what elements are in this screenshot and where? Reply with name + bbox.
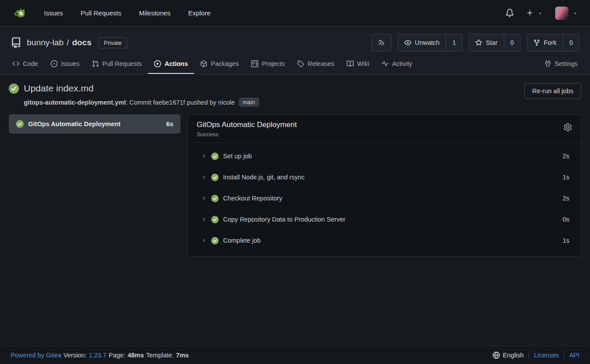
step-duration: 2s: [563, 195, 569, 202]
pull-request-icon: [92, 60, 99, 67]
tab-code[interactable]: Code: [6, 55, 44, 74]
success-check-icon: [16, 120, 24, 128]
fork-icon: [533, 39, 540, 46]
watch-count[interactable]: 1: [446, 34, 462, 51]
star-button[interactable]: Star: [469, 34, 504, 51]
template-label: Template:: [146, 352, 174, 359]
navbar-right: [506, 7, 578, 20]
step-duration: 1s: [563, 237, 569, 244]
repo-tabs: Code Issues Pull Requests Actions Packag…: [0, 55, 590, 74]
run-title-row: Update index.md: [9, 83, 259, 94]
repo-owner-link[interactable]: bunny-lab: [27, 38, 63, 47]
unwatch-button[interactable]: Unwatch: [398, 34, 446, 51]
pulse-icon: [381, 60, 388, 67]
notifications-bell-icon[interactable]: [506, 9, 514, 17]
project-icon: [251, 60, 258, 67]
tab-packages[interactable]: Packages: [194, 55, 245, 74]
plus-icon: [526, 9, 534, 17]
tab-pull-requests[interactable]: Pull Requests: [86, 55, 148, 74]
api-link[interactable]: API: [569, 352, 579, 359]
repo-name-link[interactable]: docs: [72, 38, 92, 47]
fork-button[interactable]: Fork: [527, 34, 563, 51]
breadcrumb-separator: /: [66, 38, 69, 47]
job-panel-header: GitOps Automatic Deployment Success: [188, 115, 581, 143]
template-time: 7ms: [176, 352, 189, 359]
gear-icon[interactable]: [564, 123, 572, 131]
job-steps: Set up job 2s Install Node.js, git, and …: [188, 143, 581, 256]
step-row-checkout-repository[interactable]: Checkout Repository 2s: [188, 188, 581, 209]
rerun-all-jobs-button[interactable]: Re-run all jobs: [524, 83, 582, 99]
nav-link-issues[interactable]: Issues: [44, 9, 63, 17]
chevron-down-icon: [538, 11, 543, 16]
job-name: GitOps Automatic Deployment: [28, 120, 162, 127]
tag-icon: [297, 60, 304, 67]
job-list-item[interactable]: GitOps Automatic Deployment 6s: [9, 114, 180, 134]
tab-actions[interactable]: Actions: [148, 55, 194, 74]
chevron-right-icon[interactable]: [201, 217, 206, 222]
repo-action-buttons: Unwatch 1 Star 0 Fork 0: [371, 34, 579, 51]
nav-link-pull-requests[interactable]: Pull Requests: [81, 9, 121, 17]
success-check-icon: [211, 237, 219, 244]
tab-issues[interactable]: Issues: [44, 55, 86, 74]
chevron-right-icon[interactable]: [201, 238, 206, 243]
repo-icon: [11, 37, 22, 48]
issue-icon: [51, 60, 58, 67]
success-check-icon: [211, 195, 219, 202]
play-circle-icon: [154, 60, 161, 67]
repo-title-row: bunny-lab/docs Private Unwatch 1: [0, 33, 590, 52]
footer-divider: [528, 351, 529, 359]
step-row-set-up-job[interactable]: Set up job 2s: [188, 146, 581, 167]
language-selector[interactable]: English: [493, 352, 524, 359]
licenses-link[interactable]: Licenses: [534, 352, 559, 359]
step-row-copy-data[interactable]: Copy Repository Data to Production Serve…: [188, 209, 581, 230]
tab-activity[interactable]: Activity: [375, 55, 418, 74]
top-navbar: Issues Pull Requests Milestones Explore: [0, 0, 590, 26]
fork-button-group: Fork 0: [527, 34, 579, 51]
avatar: [555, 7, 568, 20]
footer-right: English Licenses API: [493, 351, 579, 359]
private-badge: Private: [99, 37, 127, 48]
footer: Powered by Gitea Version: 1.23.7 Page: 4…: [0, 346, 590, 364]
version-label: Version:: [63, 352, 86, 359]
page-label: Page:: [109, 352, 125, 359]
run-subtitle: gitops-automatic-deployment.yml: Commit …: [24, 98, 259, 107]
branch-badge[interactable]: main: [239, 98, 259, 107]
book-icon: [347, 60, 354, 67]
powered-by-gitea-link[interactable]: Powered by Gitea: [11, 352, 61, 359]
job-status-text: Success: [197, 131, 297, 138]
tab-releases[interactable]: Releases: [291, 55, 340, 74]
tab-projects[interactable]: Projects: [245, 55, 291, 74]
fork-count[interactable]: 0: [563, 34, 579, 51]
star-count[interactable]: 0: [504, 34, 520, 51]
run-header: Update index.md gitops-automatic-deploym…: [9, 83, 581, 107]
code-icon: [12, 60, 19, 67]
chevron-right-icon[interactable]: [201, 175, 206, 180]
gitea-logo-icon[interactable]: [12, 6, 28, 20]
nav-link-explore[interactable]: Explore: [188, 9, 211, 17]
create-new-dropdown[interactable]: [526, 9, 543, 17]
rss-button[interactable]: [371, 34, 392, 51]
eye-icon: [404, 39, 411, 46]
run-title: Update index.md: [24, 83, 94, 94]
job-duration: 6s: [166, 120, 173, 127]
step-duration: 0s: [563, 216, 569, 223]
gitea-actions-page: Issues Pull Requests Milestones Explore …: [0, 0, 590, 364]
step-duration: 1s: [563, 174, 569, 181]
version-link[interactable]: 1.23.7: [89, 352, 106, 359]
step-row-complete-job[interactable]: Complete job 1s: [188, 230, 581, 251]
user-menu[interactable]: [555, 7, 578, 20]
actions-run-view: Update index.md gitops-automatic-deploym…: [0, 74, 590, 346]
chevron-right-icon[interactable]: [201, 196, 206, 201]
nav-links: Issues Pull Requests Milestones Explore: [44, 9, 210, 17]
footer-left: Powered by Gitea Version: 1.23.7 Page: 4…: [11, 352, 189, 359]
star-button-group: Star 0: [469, 34, 520, 51]
step-row-install-tools[interactable]: Install Node.js, git, and rsync 1s: [188, 167, 581, 188]
success-check-icon: [211, 216, 219, 223]
run-body: GitOps Automatic Deployment 6s GitOps Au…: [9, 114, 581, 257]
nav-link-milestones[interactable]: Milestones: [139, 9, 171, 17]
chevron-right-icon[interactable]: [201, 153, 206, 159]
page-time: 48ms: [128, 352, 144, 359]
tab-wiki[interactable]: Wiki: [341, 55, 375, 74]
job-panel-title: GitOps Automatic Deployment: [197, 120, 297, 129]
tab-settings[interactable]: Settings: [538, 55, 584, 74]
